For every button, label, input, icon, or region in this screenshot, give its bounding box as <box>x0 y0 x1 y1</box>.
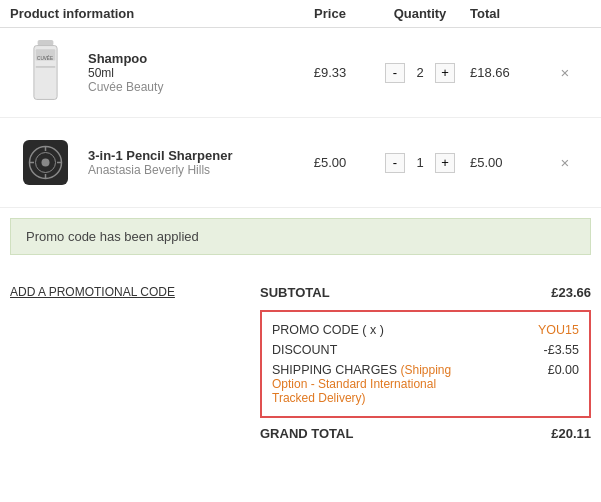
product-size-shampoo: 50ml <box>88 66 290 80</box>
qty-decrease-sharpener[interactable]: - <box>385 153 405 173</box>
shipping-row: SHIPPING CHARGES (Shipping £0.00 Option … <box>272 360 579 408</box>
qty-decrease-shampoo[interactable]: - <box>385 63 405 83</box>
add-promo-link[interactable]: ADD A PROMOTIONAL CODE <box>10 280 250 299</box>
svg-point-8 <box>41 159 49 167</box>
product-row-shampoo: CUVÉE Shampoo 50ml Cuvée Beauty £9.33 - … <box>0 28 601 118</box>
header-quantity: Quantity <box>370 6 470 21</box>
remove-shampoo[interactable]: × <box>550 64 580 81</box>
qty-value-shampoo: 2 <box>410 65 430 80</box>
svg-rect-0 <box>37 40 53 46</box>
subtotal-value: £23.66 <box>551 285 591 300</box>
svg-rect-4 <box>35 66 55 68</box>
table-header: Product information Price Quantity Total <box>0 0 601 28</box>
shipping-label: SHIPPING CHARGES (Shipping <box>272 363 451 377</box>
shipping-option2: Tracked Delivery) <box>272 391 579 405</box>
discount-label: DISCOUNT <box>272 343 337 357</box>
promo-applied-banner: Promo code has been applied <box>10 218 591 255</box>
product-brand-shampoo: Cuvée Beauty <box>88 80 290 94</box>
promo-details-box: PROMO CODE ( x ) YOU15 DISCOUNT -£3.55 S… <box>260 310 591 418</box>
discount-value: -£3.55 <box>544 343 579 357</box>
product-price-sharpener: £5.00 <box>290 155 370 170</box>
remove-sharpener[interactable]: × <box>550 154 580 171</box>
product-image-shampoo: CUVÉE <box>10 40 80 105</box>
product-qty-sharpener: - 1 + <box>370 153 470 173</box>
shipping-option: Option - Standard International <box>272 377 579 391</box>
grand-total-label: GRAND TOTAL <box>260 426 353 441</box>
product-total-sharpener: £5.00 <box>470 155 550 170</box>
subtotal-row: SUBTOTAL £23.66 <box>260 280 591 305</box>
product-price-shampoo: £9.33 <box>290 65 370 80</box>
grand-total-value: £20.11 <box>551 426 591 441</box>
product-image-sharpener <box>10 135 80 190</box>
product-brand-sharpener: Anastasia Beverly Hills <box>88 163 290 177</box>
product-info-shampoo: Shampoo 50ml Cuvée Beauty <box>80 51 290 94</box>
promo-code-value: YOU15 <box>538 323 579 337</box>
totals-section: SUBTOTAL £23.66 PROMO CODE ( x ) YOU15 D… <box>260 280 591 444</box>
grand-total-row: GRAND TOTAL £20.11 <box>260 418 591 444</box>
qty-increase-shampoo[interactable]: + <box>435 63 455 83</box>
header-price: Price <box>290 6 370 21</box>
header-product: Product information <box>10 6 290 21</box>
product-info-sharpener: 3-in-1 Pencil Sharpener Anastasia Beverl… <box>80 148 290 177</box>
product-total-shampoo: £18.66 <box>470 65 550 80</box>
product-name-shampoo: Shampoo <box>88 51 290 66</box>
header-total: Total <box>470 6 550 21</box>
product-name-sharpener: 3-in-1 Pencil Sharpener <box>88 148 290 163</box>
product-row-sharpener: 3-in-1 Pencil Sharpener Anastasia Beverl… <box>0 118 601 208</box>
promo-code-row: PROMO CODE ( x ) YOU15 <box>272 320 579 340</box>
product-qty-shampoo: - 2 + <box>370 63 470 83</box>
qty-increase-sharpener[interactable]: + <box>435 153 455 173</box>
qty-value-sharpener: 1 <box>410 155 430 170</box>
promo-code-label: PROMO CODE ( x ) <box>272 323 384 337</box>
svg-text:CUVÉE: CUVÉE <box>37 55 53 61</box>
subtotal-label: SUBTOTAL <box>260 285 330 300</box>
bottom-section: ADD A PROMOTIONAL CODE SUBTOTAL £23.66 P… <box>0 265 601 454</box>
discount-row: DISCOUNT -£3.55 <box>272 340 579 360</box>
shipping-value: £0.00 <box>548 363 579 377</box>
